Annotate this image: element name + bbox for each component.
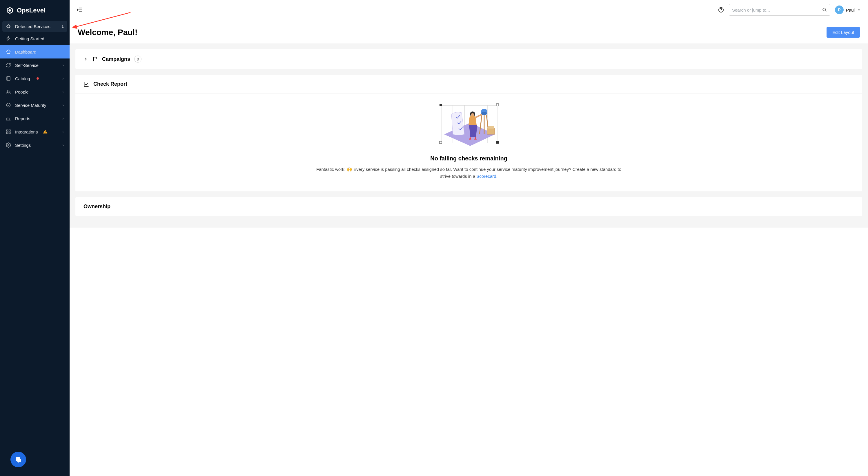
sidebar-item-getting-started[interactable]: Getting Started [0, 32, 69, 45]
sidebar-item-dashboard[interactable]: Dashboard [0, 45, 69, 59]
svg-rect-21 [496, 141, 499, 144]
bar-chart-icon [6, 116, 11, 121]
home-icon [6, 49, 11, 55]
svg-point-8 [8, 144, 9, 146]
people-icon [6, 89, 11, 94]
line-chart-icon [84, 81, 89, 87]
refresh-icon [6, 63, 11, 68]
sidebar-item-label: Getting Started [15, 36, 64, 41]
ownership-card: Ownership [75, 197, 862, 216]
help-icon[interactable] [718, 7, 724, 13]
sidebar-item-label: Service Maturity [15, 103, 58, 108]
check-report-card: Check Report [75, 75, 862, 192]
expand-toggle[interactable] [84, 57, 88, 61]
sidebar-item-catalog[interactable]: Catalog › [0, 72, 69, 85]
sidebar-item-label: Detected Services [15, 24, 57, 29]
sidebar-item-self-service[interactable]: Self-Service › [0, 59, 69, 72]
svg-point-1 [7, 90, 8, 92]
sidebar-badge-count: 1 [61, 24, 64, 29]
svg-rect-31 [487, 128, 495, 134]
warning-icon [43, 129, 48, 134]
chevron-right-icon: › [62, 129, 64, 134]
sidebar-item-people[interactable]: People › [0, 85, 69, 98]
raised-hands-emoji: 🙌 [347, 166, 352, 173]
page-header: Welcome, Paul! Edit Layout [69, 20, 868, 43]
sidebar-item-label: Catalog [15, 76, 31, 81]
svg-rect-7 [9, 132, 10, 134]
sidebar-item-label: Dashboard [15, 49, 64, 55]
sidebar-item-integrations[interactable]: Integrations › [0, 125, 69, 138]
grid-icon [6, 129, 11, 134]
username: Paul [846, 7, 855, 12]
avatar: P [835, 5, 844, 14]
main-content: P Paul Welcome, Paul! Edit Layout [69, 0, 868, 476]
sidebar-nav: Detected Services 1 Getting Started Dash… [0, 21, 69, 152]
alert-dot-icon [36, 77, 39, 80]
check-report-title: Check Report [93, 81, 127, 87]
chevron-right-icon: › [62, 90, 64, 94]
sidebar-item-service-maturity[interactable]: Service Maturity › [0, 98, 69, 112]
check-circle-icon [6, 102, 11, 108]
sparkle-icon [6, 24, 11, 29]
svg-rect-20 [439, 104, 442, 106]
svg-rect-23 [496, 104, 499, 106]
chat-fab[interactable] [10, 452, 26, 467]
sidebar-item-label: Settings [15, 143, 58, 148]
cards-wrap: Campaigns 0 Check Report [69, 43, 868, 228]
svg-point-11 [823, 8, 826, 11]
svg-rect-4 [6, 130, 8, 131]
sidebar-item-settings[interactable]: Settings › [0, 138, 69, 152]
flag-icon [92, 56, 98, 62]
catalog-icon [6, 76, 11, 81]
opslevel-logo-icon [6, 6, 14, 14]
svg-point-27 [481, 112, 487, 115]
sidebar-item-reports[interactable]: Reports › [0, 112, 69, 125]
chevron-right-icon: › [62, 63, 64, 67]
check-report-text: Fantastic work! 🙌 Every service is passi… [315, 166, 622, 180]
brand-name: OpsLevel [17, 7, 45, 14]
chevron-right-icon: › [62, 103, 64, 107]
chevron-right-icon: › [62, 116, 64, 121]
check-report-illustration [435, 102, 502, 149]
svg-rect-5 [9, 130, 10, 131]
svg-point-10 [721, 11, 721, 11]
sidebar-item-label: People [15, 90, 58, 94]
sidebar-item-label: Integrations [15, 129, 38, 134]
user-menu[interactable]: P Paul [835, 5, 861, 14]
check-report-heading: No failing checks remaining [84, 155, 854, 162]
sidebar: OpsLevel Detected Services 1 Getting Sta… [0, 0, 69, 476]
chevron-down-icon [857, 8, 861, 12]
svg-rect-32 [488, 126, 494, 129]
campaigns-card: Campaigns 0 [75, 49, 862, 69]
topbar: P Paul [69, 0, 868, 20]
svg-point-2 [9, 91, 10, 92]
edit-layout-button[interactable]: Edit Layout [827, 27, 860, 38]
sidebar-collapse-button[interactable] [76, 7, 83, 13]
campaigns-title: Campaigns [102, 56, 130, 62]
svg-rect-22 [439, 141, 442, 144]
sidebar-item-label: Self-Service [15, 63, 58, 68]
search-input[interactable] [732, 7, 822, 12]
search-icon [822, 7, 827, 12]
lightning-icon [6, 36, 11, 41]
svg-point-3 [6, 103, 10, 107]
page-title: Welcome, Paul! [78, 28, 137, 37]
campaigns-count-chip: 0 [134, 56, 142, 63]
sidebar-item-detected-services[interactable]: Detected Services 1 [2, 21, 67, 32]
chevron-right-icon: › [62, 143, 64, 147]
svg-rect-6 [6, 132, 8, 134]
svg-rect-0 [7, 76, 10, 80]
search-input-wrapper[interactable] [729, 4, 830, 15]
chat-icon [15, 456, 22, 463]
sidebar-item-label: Reports [15, 116, 58, 121]
scorecard-link[interactable]: Scorecard [476, 174, 496, 179]
gear-icon [6, 142, 11, 148]
chevron-right-icon: › [62, 76, 64, 81]
brand-logo[interactable]: OpsLevel [0, 0, 69, 21]
ownership-title: Ownership [84, 204, 111, 210]
